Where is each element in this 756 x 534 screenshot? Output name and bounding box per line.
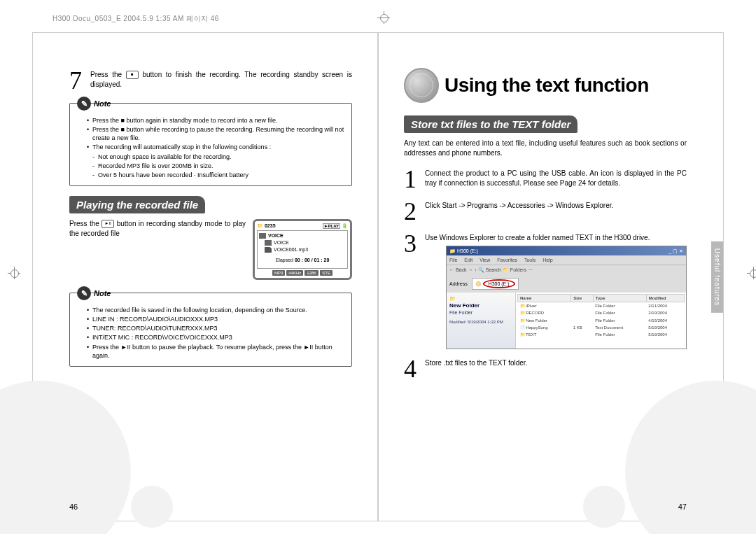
note-item: The recorded file is saved in the follow… xyxy=(87,306,344,314)
section-heading-playing: Playing the recorded file xyxy=(69,196,205,213)
note-item: TUNER: RECORD\AUDIO\TUNERXXX.MP3 xyxy=(87,324,344,332)
page-title: Using the text function xyxy=(444,74,649,97)
step-1: 1 Connect the product to a PC using the … xyxy=(404,167,687,192)
windows-explorer-screenshot: 📁 H300 (E:) _ ▢ ✕ File Edit View Favorit… xyxy=(446,246,687,350)
file-list: Name Size Type Modified 📁 iRiverFile Fol… xyxy=(516,293,686,349)
print-header: H300 Docu_0503_E 2004.5.9 1:35 AM 페이지 46 xyxy=(52,14,219,24)
step-body: Use Windows Explorer to create a folder … xyxy=(425,231,687,349)
stop-button-icon: ■ xyxy=(126,71,139,79)
step-body: Store .txt files to the TEXT folder. xyxy=(425,356,687,368)
note-item: The recording will automatically stop in… xyxy=(87,143,344,151)
folder-icon xyxy=(259,233,266,239)
side-tab: Useful features xyxy=(711,241,723,312)
table-row: 📄 HappySong1 KBText Document5/19/2004 xyxy=(518,324,685,331)
step-number: 7 xyxy=(69,68,90,93)
note-icon: ✎ xyxy=(77,286,91,300)
note-item: Press the ■ button again in standby mode… xyxy=(87,116,344,125)
table-row: 📁 TEXTFile Folder5/19/2004 xyxy=(518,331,685,338)
note-item: Not enough space is available for the re… xyxy=(87,153,344,161)
folder-icon xyxy=(265,240,272,246)
step-2: 2 Click Start -> Programs -> Accessories… xyxy=(404,199,687,224)
table-row: 📁 iRiverFile Folder2/11/2004 xyxy=(518,302,685,310)
table-row: 📁 New FolderFile Folder4/15/2004 xyxy=(518,317,685,324)
note-item: Over 5 hours have been recorded · Insuff… xyxy=(87,171,344,179)
file-icon xyxy=(265,247,272,253)
note-item: Press the ►II button to pause the playba… xyxy=(87,343,344,360)
step-4: 4 Store .txt files to the TEXT folder. xyxy=(404,356,687,381)
right-page: Useful features Using the text function … xyxy=(378,32,724,521)
menu-bar: File Edit View Favorites Tools Help xyxy=(447,255,686,265)
table-row: 📁 RECORDFile Folder2/19/2004 xyxy=(518,309,685,316)
page-number-left: 46 xyxy=(69,503,78,511)
step-number: 1 xyxy=(404,167,425,192)
page-spread: 7 Press the ■ button to finish the recor… xyxy=(32,32,724,521)
note-icon: ✎ xyxy=(77,97,91,111)
note-box-1: ✎ Note Press the ■ button again in stand… xyxy=(69,103,352,186)
step-body: Press the ■ button to finish the recordi… xyxy=(90,68,352,89)
step-3: 3 Use Windows Explorer to create a folde… xyxy=(404,231,687,349)
left-page: 7 Press the ■ button to finish the recor… xyxy=(32,32,378,521)
note-box-2: ✎ Note The recorded file is saved in the… xyxy=(69,293,352,367)
note-item: LINE IN : RECORD\AUDIO\AUDIOXXX.MP3 xyxy=(87,315,344,323)
medallion-icon xyxy=(404,68,439,103)
window-controls: _ ▢ ✕ xyxy=(668,248,683,254)
note-item: Recorded MP3 file is over 200MB in size. xyxy=(87,162,344,170)
play-instruction: Press the ►II button in recording standb… xyxy=(69,219,246,239)
explorer-sidebar: 📁 New Folder File Folder Modified: 5/19/… xyxy=(447,293,516,349)
step-number: 2 xyxy=(404,199,425,224)
note-label: Note xyxy=(94,288,111,299)
address-highlight: H300 (E:) xyxy=(483,279,515,288)
page-number-right: 47 xyxy=(678,503,687,511)
step-number: 3 xyxy=(404,231,425,256)
step-7: 7 Press the ■ button to finish the recor… xyxy=(69,68,352,93)
device-screen: 📁 0235 ►PLAY 🔋 VOICE VOICE VOICE001.mp3 … xyxy=(253,219,352,280)
step-body: Connect the product to a PC using the US… xyxy=(425,167,687,188)
intro-text: Any text can be entered into a text file… xyxy=(404,139,687,158)
note-label: Note xyxy=(94,99,111,109)
step-body: Click Start -> Programs -> Accessories -… xyxy=(425,199,687,211)
toolbar: ← Back → ↑ 🔍 Search 📁 Folders ⋯ xyxy=(447,265,686,274)
section-heading-store: Store txt files to the TEXT folder xyxy=(404,115,578,133)
note-item: INT/EXT MIC : RECORD\VOICE\VOICEXXX.MP3 xyxy=(87,333,344,342)
step-number: 4 xyxy=(404,356,425,381)
note-item: Press the ■ button while recording to pa… xyxy=(87,125,344,142)
play-button-icon: ►II xyxy=(102,220,114,228)
